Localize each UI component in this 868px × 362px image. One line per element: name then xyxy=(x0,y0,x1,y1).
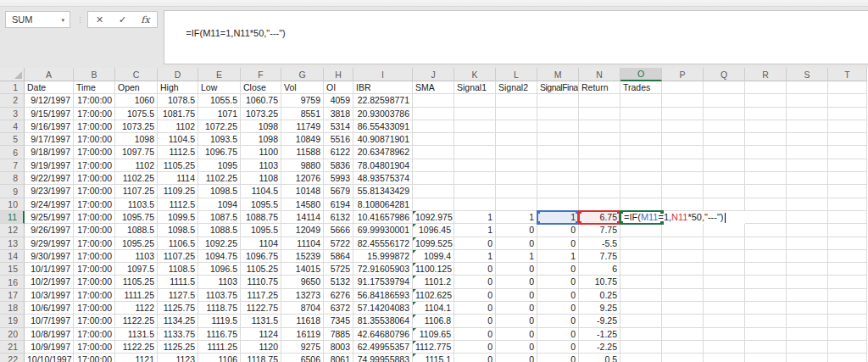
cell-Q18[interactable] xyxy=(704,302,745,315)
cell-E6[interactable]: 1096.75 xyxy=(198,146,241,159)
cell-N6[interactable] xyxy=(579,146,620,159)
cell-K19[interactable]: 0 xyxy=(454,315,496,327)
cell-A16[interactable]: 10/2/1997 xyxy=(25,276,74,288)
cell-H14[interactable]: 5864 xyxy=(324,250,353,263)
cell-D8[interactable]: 1114 xyxy=(158,172,198,185)
cell-C1[interactable]: Open xyxy=(115,81,158,94)
cell-P15[interactable] xyxy=(662,263,704,276)
cell-O9[interactable] xyxy=(620,185,662,198)
cell-L10[interactable] xyxy=(496,198,537,211)
cell-I2[interactable]: 22.82598771 xyxy=(353,94,413,107)
cell-O17[interactable] xyxy=(620,289,662,302)
cell-A14[interactable]: 9/30/1997 xyxy=(25,250,74,263)
cell-Q20[interactable] xyxy=(704,328,745,341)
cell-T19[interactable] xyxy=(828,315,867,327)
cell-N3[interactable] xyxy=(579,108,620,120)
cell-O5[interactable] xyxy=(620,133,662,146)
cell-F14[interactable]: 1096.75 xyxy=(241,250,281,263)
cell-G12[interactable]: 12049 xyxy=(281,224,324,237)
cell-Q17[interactable] xyxy=(704,289,745,302)
column-header-M[interactable]: M xyxy=(537,68,579,81)
cell-P19[interactable] xyxy=(662,315,704,327)
cell-S20[interactable] xyxy=(787,328,828,341)
cell-P5[interactable] xyxy=(662,133,704,146)
cell-O15[interactable] xyxy=(620,263,662,276)
cell-A19[interactable]: 10/7/1997 xyxy=(25,315,74,327)
cell-O1[interactable]: Trades xyxy=(620,81,662,94)
cell-G16[interactable]: 9650 xyxy=(281,276,324,288)
cell-K17[interactable]: 0 xyxy=(454,289,496,302)
cell-I9[interactable]: 55.81343429 xyxy=(353,185,413,198)
cell-H7[interactable]: 5836 xyxy=(324,159,353,172)
cell-K11[interactable]: 1 xyxy=(454,211,496,224)
cell-Q5[interactable] xyxy=(704,133,745,146)
cell-J18[interactable]: 1104.1 xyxy=(413,302,454,315)
cell-A10[interactable]: 9/24/1997 xyxy=(25,198,74,211)
cell-N21[interactable]: -2.25 xyxy=(579,341,620,354)
cell-S17[interactable] xyxy=(787,289,828,302)
cell-M3[interactable] xyxy=(537,108,579,120)
cell-J2[interactable] xyxy=(413,94,454,107)
cell-G4[interactable]: 11749 xyxy=(281,120,324,133)
column-header-I[interactable]: I xyxy=(353,68,413,81)
cell-D19[interactable]: 1134.25 xyxy=(158,315,198,327)
cell-E10[interactable]: 1094 xyxy=(198,198,241,211)
cell-D13[interactable]: 1106.5 xyxy=(158,237,198,250)
cell-A6[interactable]: 9/18/1997 xyxy=(25,146,74,159)
cell-F7[interactable]: 1103 xyxy=(241,159,281,172)
cell-Q9[interactable] xyxy=(704,185,745,198)
enter-icon[interactable]: ✓ xyxy=(113,14,133,25)
cell-M5[interactable] xyxy=(537,133,579,146)
cell-A13[interactable]: 9/29/1997 xyxy=(25,237,74,250)
row-header-7[interactable]: 7 xyxy=(0,159,25,172)
cell-L13[interactable]: 0 xyxy=(496,237,537,250)
cell-H17[interactable]: 6276 xyxy=(324,289,353,302)
cell-M8[interactable] xyxy=(537,172,579,185)
cell-C19[interactable]: 1122.25 xyxy=(115,315,158,327)
cell-B10[interactable]: 17:00:00 xyxy=(74,198,115,211)
cell-L4[interactable] xyxy=(496,120,537,133)
cell-J20[interactable]: 1109.65 xyxy=(413,328,454,341)
cell-H6[interactable]: 6122 xyxy=(324,146,353,159)
cell-J13[interactable]: 1099.525 xyxy=(413,237,454,250)
cell-O20[interactable] xyxy=(620,328,662,341)
cell-R8[interactable] xyxy=(745,172,787,185)
cell-A4[interactable]: 9/16/1997 xyxy=(25,120,74,133)
cell-P8[interactable] xyxy=(662,172,704,185)
cell-L2[interactable] xyxy=(496,94,537,107)
cell-D5[interactable]: 1104.5 xyxy=(158,133,198,146)
cell-E11[interactable]: 1087.5 xyxy=(198,211,241,224)
cell-N15[interactable]: 6 xyxy=(579,263,620,276)
cell-F17[interactable]: 1117.25 xyxy=(241,289,281,302)
cell-F16[interactable]: 1110.75 xyxy=(241,276,281,288)
cell-H9[interactable]: 5679 xyxy=(324,185,353,198)
cell-F8[interactable]: 1108 xyxy=(241,172,281,185)
cell-R10[interactable] xyxy=(745,198,787,211)
cell-A18[interactable]: 10/6/1997 xyxy=(25,302,74,315)
row-header-2[interactable]: 2 xyxy=(0,94,25,107)
cell-M12[interactable]: 0 xyxy=(537,224,579,237)
cell-F20[interactable]: 1124 xyxy=(241,328,281,341)
cell-D10[interactable]: 1112.5 xyxy=(158,198,198,211)
cell-I8[interactable]: 48.93575374 xyxy=(353,172,413,185)
cell-P16[interactable] xyxy=(662,276,704,288)
column-header-K[interactable]: K xyxy=(454,68,496,81)
cell-Q3[interactable] xyxy=(704,108,745,120)
cell-F13[interactable]: 1104 xyxy=(241,237,281,250)
cell-E9[interactable]: 1098.5 xyxy=(198,185,241,198)
cell-P21[interactable] xyxy=(662,341,704,354)
cell-F6[interactable]: 1100 xyxy=(241,146,281,159)
cell-H8[interactable]: 5993 xyxy=(324,172,353,185)
cell-I4[interactable]: 86.55433091 xyxy=(353,120,413,133)
cell-M22[interactable]: 0 xyxy=(537,354,579,362)
cell-M1[interactable]: SignalFinal xyxy=(537,81,579,94)
cell-I13[interactable]: 82.45556172 xyxy=(353,237,413,250)
cell-F21[interactable]: 1120 xyxy=(241,341,281,354)
cell-C5[interactable]: 1098 xyxy=(115,133,158,146)
cell-J9[interactable] xyxy=(413,185,454,198)
column-header-O[interactable]: O xyxy=(620,68,662,81)
cell-R2[interactable] xyxy=(745,94,787,107)
cell-F1[interactable]: Close xyxy=(241,81,281,94)
cell-F10[interactable]: 1095.5 xyxy=(241,198,281,211)
cell-S3[interactable] xyxy=(787,108,828,120)
